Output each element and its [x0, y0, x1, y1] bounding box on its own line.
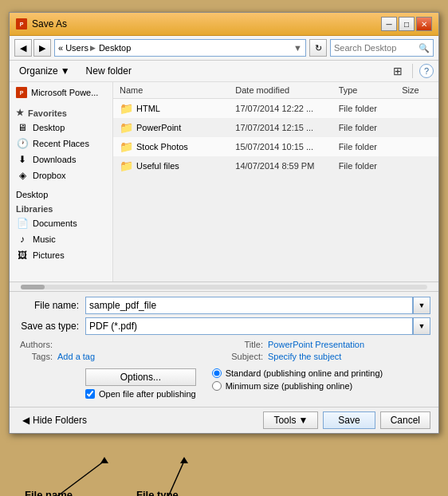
sidebar-item-pictures[interactable]: 🖼 Pictures	[10, 247, 112, 263]
filetype-label: Save as type:	[18, 321, 85, 332]
svg-marker-1	[100, 457, 108, 463]
file-rows-container: 📁 HTML 17/07/2014 12:22 ... File folder …	[113, 99, 438, 175]
downloads-icon: ⬇	[16, 153, 29, 166]
folder-icon: 📁	[120, 102, 133, 115]
col-header-type[interactable]: Type	[336, 84, 399, 96]
title-field: Title: PowerPoint Presentation	[228, 340, 430, 349]
sidebar-item-powerpoint[interactable]: P Microsoft Powe...	[10, 85, 112, 100]
table-row[interactable]: 📁 Stock Photos 15/07/2014 10:15 ... File…	[113, 137, 438, 156]
music-icon: ♪	[16, 233, 29, 246]
file-size-cell	[399, 107, 438, 110]
standard-radio[interactable]	[212, 368, 222, 378]
forward-button[interactable]: ▶	[33, 39, 51, 57]
hide-folders-label: Hide Folders	[33, 415, 87, 426]
sidebar: P Microsoft Powe... ★ Favorites 🖥 Deskto…	[10, 82, 113, 281]
maximize-button[interactable]: □	[399, 17, 415, 31]
table-row[interactable]: 📁 HTML 17/07/2014 12:22 ... File folder	[113, 99, 438, 118]
sidebar-item-desktop[interactable]: 🖥 Desktop	[10, 120, 112, 136]
sidebar-downloads-label: Downloads	[33, 155, 76, 164]
hide-folders-button[interactable]: ◀ Hide Folders	[18, 413, 92, 427]
sidebar-item-documents[interactable]: 📄 Documents	[10, 215, 112, 231]
title-label: Title:	[228, 340, 268, 349]
tags-value[interactable]: Add a tag	[57, 352, 95, 361]
minimize-button[interactable]: ─	[381, 17, 397, 31]
sidebar-desktop-section: Desktop	[10, 188, 112, 201]
nav-buttons: ◀ ▶	[14, 39, 51, 57]
dropbox-icon: ◈	[16, 169, 29, 182]
refresh-button[interactable]: ↻	[309, 39, 327, 57]
sidebar-item-recent-places[interactable]: 🕐 Recent Places	[10, 136, 112, 152]
authors-label: Authors:	[18, 340, 57, 349]
back-button[interactable]: ◀	[14, 39, 32, 57]
tools-button[interactable]: Tools ▼	[263, 411, 318, 429]
pictures-icon: 🖼	[16, 249, 29, 262]
col-header-name[interactable]: Name	[113, 84, 232, 96]
filetype-input[interactable]	[85, 317, 413, 335]
sidebar-item-downloads[interactable]: ⬇ Downloads	[10, 152, 112, 167]
sidebar-desktop-label: Desktop	[33, 123, 65, 132]
options-button[interactable]: Options...	[85, 368, 196, 386]
table-row[interactable]: 📁 PowerPoint 17/07/2014 12:15 ... File f…	[113, 118, 438, 137]
favorites-star: ★	[16, 108, 24, 118]
file-date-cell: 17/07/2014 12:15 ...	[232, 121, 335, 134]
title-bar: P Save As ─ □ ✕	[10, 13, 438, 36]
path-bar[interactable]: « Users ▶ Desktop ▼	[54, 39, 306, 57]
save-button[interactable]: Save	[323, 411, 375, 429]
minimum-radio-row: Minimum size (publishing online)	[212, 381, 383, 391]
view-icon[interactable]: ⊞	[390, 63, 406, 79]
sidebar-documents-label: Documents	[33, 218, 77, 228]
title-bar-controls: ─ □ ✕	[381, 17, 432, 31]
sidebar-item-music[interactable]: ♪ Music	[10, 231, 112, 247]
minimum-radio[interactable]	[212, 381, 222, 391]
close-button[interactable]: ✕	[416, 17, 432, 31]
filetype-dropdown-arrow[interactable]: ▼	[413, 317, 430, 335]
file-size-cell	[399, 164, 438, 167]
toolbar-separator	[412, 64, 413, 78]
horizontal-scrollbar[interactable]	[10, 281, 438, 291]
file-list: Name Date modified Type Size 📁 HTML 17/0…	[113, 82, 438, 281]
file-date-cell: 17/07/2014 12:22 ...	[232, 102, 335, 115]
footer-right: Tools ▼ Save Cancel	[263, 411, 430, 429]
dialog-title: Save As	[32, 18, 67, 30]
organize-arrow: ▼	[61, 65, 70, 77]
cancel-button[interactable]: Cancel	[380, 411, 430, 429]
file-name: Stock Photos	[136, 142, 188, 152]
path-users: « Users ▶	[58, 43, 96, 53]
libraries-label: Libraries	[16, 204, 53, 214]
new-folder-button[interactable]: New folder	[81, 64, 136, 78]
filename-dropdown[interactable]: ▼	[413, 297, 430, 314]
help-icon[interactable]: ?	[419, 64, 434, 78]
subject-label: Subject:	[228, 352, 268, 361]
search-input[interactable]	[334, 43, 415, 53]
col-header-date[interactable]: Date modified	[232, 84, 335, 96]
path-dropdown-arrow[interactable]: ▼	[293, 43, 302, 53]
cancel-label: Cancel	[391, 415, 420, 426]
options-button-label: Options...	[120, 372, 161, 383]
file-type-cell: File folder	[336, 121, 399, 134]
file-type-cell: File folder	[336, 159, 399, 172]
table-row[interactable]: 📁 Useful files 14/07/2014 8:59 PM File f…	[113, 156, 438, 175]
sidebar-desktop-section-label: Desktop	[16, 190, 48, 199]
filename-input[interactable]	[85, 297, 413, 314]
filename-row: File name: ▼	[18, 297, 430, 314]
sidebar-item-dropbox[interactable]: ◈ Dropbox	[10, 167, 112, 183]
organize-button[interactable]: Organize ▼	[14, 64, 75, 78]
sidebar-recent-label: Recent Places	[33, 139, 89, 148]
save-label: Save	[338, 415, 360, 426]
open-after-checkbox[interactable]	[85, 389, 95, 399]
standard-radio-row: Standard (publishing online and printing…	[212, 368, 383, 378]
footer-bar: ◀ Hide Folders Tools ▼ Save Cancel	[10, 407, 438, 433]
tags-field: Tags: Add a tag	[18, 352, 220, 361]
file-date-cell: 14/07/2014 8:59 PM	[232, 159, 335, 172]
tags-label: Tags:	[18, 352, 57, 361]
hide-folders-arrow: ◀	[22, 415, 29, 426]
subject-value[interactable]: Specify the subject	[268, 352, 341, 361]
favorites-label: Favorites	[28, 108, 67, 118]
powerpoint-icon: P	[16, 87, 27, 98]
annotation-filetype: File type	[136, 489, 179, 496]
authors-field: Authors:	[18, 340, 220, 349]
search-bar[interactable]: 🔍	[330, 39, 434, 57]
col-header-size[interactable]: Size	[399, 84, 438, 96]
open-after-row: Open file after publishing	[85, 389, 196, 399]
file-name-cell: 📁 Useful files	[113, 158, 232, 174]
